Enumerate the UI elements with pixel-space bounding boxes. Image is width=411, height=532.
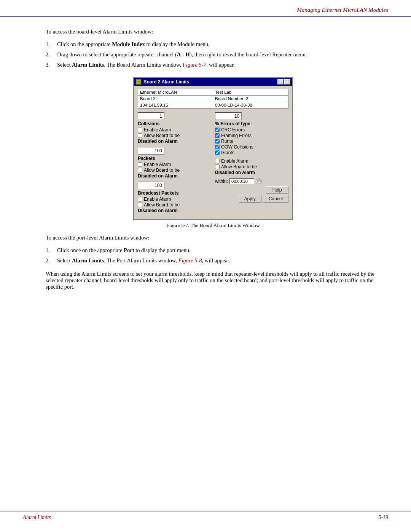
dialog-titlebar: Board 2 Alarm Limits ? × <box>134 78 292 86</box>
errors-label: % Errors of type: <box>215 121 288 126</box>
oow-label: OOW Collisions <box>221 144 253 150</box>
crc-row: CRC Errors <box>215 127 288 133</box>
packets-allow-row: Allow Board to be <box>138 168 211 173</box>
right-enable-checkbox[interactable] <box>215 159 220 163</box>
packets-enable-label: Enable Alarm <box>144 162 171 167</box>
apply-button[interactable]: Apply <box>239 195 261 203</box>
right-enable-label: Enable Alarm <box>221 158 248 164</box>
collisions-label: Collisions <box>138 121 211 126</box>
lower-step1-bold: Port <box>124 247 134 253</box>
collisions-allow-label: Allow Board to be <box>144 133 180 138</box>
step2-bold-a: A <box>177 51 181 58</box>
step-3: 3. Select Alarm Limits. The Board Alarm … <box>46 62 381 68</box>
apply-cancel-row: Apply Cancel <box>215 195 288 203</box>
right-allow-checkbox[interactable] <box>215 165 220 169</box>
info-row-1: Ethernet MicroLAN Test Lab <box>138 89 288 96</box>
page-footer: Alarm Limits 5-19 <box>0 511 411 521</box>
dialog-title: Board 2 Alarm Limits <box>143 79 189 85</box>
page-header: Managing Ethernet MicroLAN Modules <box>0 0 411 17</box>
dialog-titlebar-left: Board 2 Alarm Limits <box>136 79 189 85</box>
clock-icon: ⏰ <box>256 178 262 184</box>
time-input[interactable] <box>229 178 254 184</box>
info-table: Ethernet MicroLAN Test Lab Board 2 Board… <box>138 89 288 109</box>
footer-right: 5-19 <box>378 514 388 521</box>
packets-enable-row: Enable Alarm <box>138 162 211 167</box>
framing-checkbox[interactable] <box>215 133 220 138</box>
steps-list: 1. Click on the appropriate Module Index… <box>46 41 381 68</box>
framing-row: Framing Errors <box>215 133 288 138</box>
help-btn-row: Help <box>215 186 288 194</box>
broadcast-allow-row: Allow Board to be <box>138 202 211 208</box>
giants-checkbox[interactable] <box>215 150 220 155</box>
broadcast-label: Broadcast Packets <box>138 190 211 196</box>
header-title: Managing Ethernet MicroLAN Modules <box>297 7 388 13</box>
lower-step-2: 2. Select Alarm Limits. The Port Alarm L… <box>46 257 381 264</box>
collisions-disabled-label: Disabled on Alarm <box>138 139 211 144</box>
right-enable-row: Enable Alarm <box>215 158 288 164</box>
content-area: To access the board-level Alarm Limits w… <box>0 17 411 312</box>
broadcast-enable-label: Enable Alarm <box>144 197 171 202</box>
broadcast-section: Broadcast Packets Enable Alarm Allow Boa… <box>138 182 211 213</box>
app-icon <box>136 79 141 85</box>
right-enable-section: Enable Alarm Allow Board to be Disabled … <box>215 158 288 175</box>
figure-link-2[interactable]: Figure 5-8 <box>178 257 202 264</box>
packets-disabled-label: Disabled on Alarm <box>138 173 211 179</box>
collisions-input[interactable] <box>138 112 164 120</box>
oow-checkbox[interactable] <box>215 145 220 149</box>
broadcast-enable-checkbox[interactable] <box>138 197 142 201</box>
within-label: within: <box>215 179 228 184</box>
info-row-2: Board 2 Board Number: 2 <box>138 96 288 102</box>
info-cell-mac: 00-00-1D-14-38-38 <box>213 102 288 109</box>
step2-bold-b: H <box>185 51 190 58</box>
packets-label: Packets <box>138 156 211 161</box>
right-column: % Errors of type: CRC Errors Framing Err… <box>215 112 288 216</box>
lower-para: When using the Alarm Limits screens to s… <box>46 271 381 290</box>
figure-caption: Figure 5-7. The Board Alarm Limits Windo… <box>166 222 260 228</box>
broadcast-allow-checkbox[interactable] <box>138 203 142 207</box>
collisions-enable-label: Enable Alarm <box>144 127 171 133</box>
info-cell-testlab: Test Lab <box>213 89 288 96</box>
right-disabled-label: Disabled on Alarm <box>215 170 288 175</box>
packets-allow-label: Allow Board to be <box>144 168 180 173</box>
collisions-enable-checkbox[interactable] <box>138 128 142 132</box>
step3-bold: Alarm Limits <box>72 62 104 68</box>
runts-row: Runts <box>215 139 288 144</box>
packets-allow-checkbox[interactable] <box>138 168 142 173</box>
within-row: within: ⏰ <box>215 178 288 184</box>
page-container: Managing Ethernet MicroLAN Modules To ac… <box>0 0 411 532</box>
broadcast-disabled-label: Disabled on Alarm <box>138 208 211 213</box>
cancel-button[interactable]: Cancel <box>263 195 288 203</box>
broadcast-enable-row: Enable Alarm <box>138 197 211 202</box>
close-button-small[interactable]: × <box>284 79 290 85</box>
intro-text: To access the board-level Alarm Limits w… <box>46 29 381 35</box>
right-allow-label: Allow Board to be <box>221 164 257 169</box>
broadcast-allow-label: Allow Board to be <box>144 202 180 208</box>
broadcast-input[interactable] <box>138 182 164 189</box>
collisions-enable-row: Enable Alarm <box>138 127 211 133</box>
packets-input[interactable] <box>138 147 164 155</box>
lower-step2-bold: Alarm Limits <box>72 257 104 264</box>
dialog-wrapper: Board 2 Alarm Limits ? × Ethernet MicroL… <box>46 77 381 228</box>
help-button-small[interactable]: ? <box>277 79 284 85</box>
step1-bold: Module Index <box>112 41 145 47</box>
oow-row: OOW Collisions <box>215 144 288 150</box>
packets-section: Packets Enable Alarm Allow Board to be D… <box>138 147 211 179</box>
info-cell-board: Board 2 <box>138 96 213 102</box>
giants-label: Giants <box>221 150 234 155</box>
dialog-box: Board 2 Alarm Limits ? × Ethernet MicroL… <box>133 77 293 220</box>
errors-input[interactable] <box>215 112 242 120</box>
collisions-allow-row: Allow Board to be <box>138 133 211 138</box>
help-button[interactable]: Help <box>266 186 288 194</box>
collisions-section: Collisions Enable Alarm Allow Board to b… <box>138 112 211 144</box>
runts-label: Runts <box>221 139 233 144</box>
crc-checkbox[interactable] <box>215 128 220 132</box>
packets-enable-checkbox[interactable] <box>138 162 142 167</box>
collisions-allow-checkbox[interactable] <box>138 133 142 138</box>
dialog-body: Ethernet MicroLAN Test Lab Board 2 Board… <box>134 86 292 219</box>
step-1: 1. Click on the appropriate Module Index… <box>46 41 381 48</box>
figure-link-1[interactable]: Figure 5-7 <box>183 62 206 68</box>
info-cell-ethernet: Ethernet MicroLAN <box>138 89 213 96</box>
info-cell-boardnum: Board Number: 2 <box>213 96 288 102</box>
left-column: Collisions Enable Alarm Allow Board to b… <box>138 112 211 216</box>
runts-checkbox[interactable] <box>215 139 220 144</box>
